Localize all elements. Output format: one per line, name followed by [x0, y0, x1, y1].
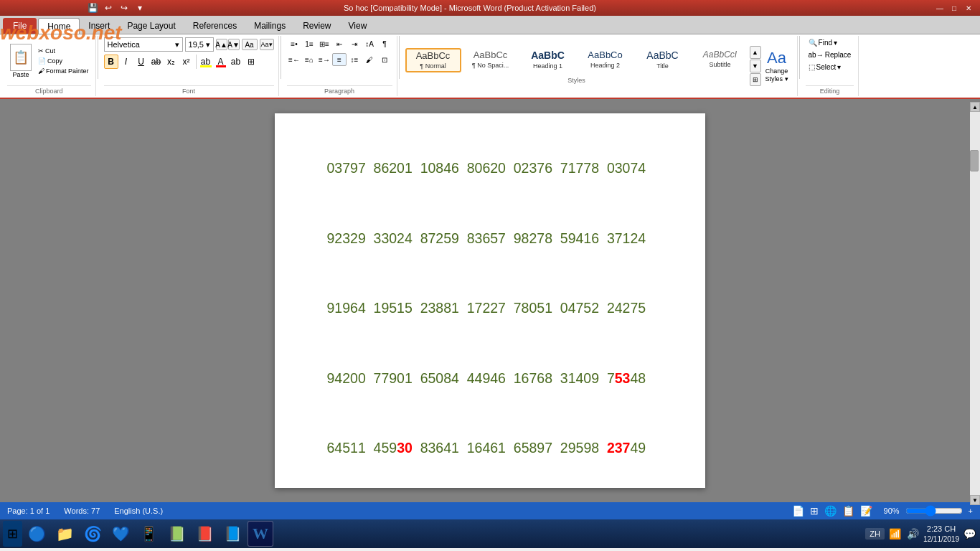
style-heading1[interactable]: AaBbC Heading 1: [520, 48, 576, 72]
taskbar-skype[interactable]: 💙: [108, 521, 134, 547]
copy-button[interactable]: 📄 Copy: [36, 57, 91, 65]
decrease-indent-button[interactable]: ⇤: [332, 37, 347, 50]
style-subtitle[interactable]: AaBbCcI Subtitle: [692, 48, 748, 72]
change-case[interactable]: Aa▾: [260, 39, 274, 50]
zoom-slider[interactable]: [905, 505, 963, 517]
view-draft-icon[interactable]: 📝: [860, 505, 872, 517]
minimize-button[interactable]: —: [934, 3, 946, 13]
strikethrough-button[interactable]: ab: [149, 55, 164, 69]
format-painter-button[interactable]: 🖌 Format Painter: [36, 67, 91, 75]
style-normal[interactable]: AaBbCc ¶ Normal: [405, 48, 461, 72]
font-color-button[interactable]: A: [214, 55, 228, 69]
document-page[interactable]: 03797 86201 10846 80620 02376 71778 0307…: [275, 113, 705, 488]
document-area[interactable]: 03797 86201 10846 80620 02376 71778 0307…: [0, 99, 980, 502]
tab-page-layout[interactable]: Page Layout: [118, 18, 184, 34]
taskbar-app3[interactable]: 🌀: [80, 521, 106, 547]
tab-home[interactable]: Home: [38, 18, 80, 34]
style-title[interactable]: AaBbC Title: [635, 48, 691, 72]
clock[interactable]: 2:23 CH 12/11/2019: [923, 524, 959, 543]
styles-up-arrow[interactable]: ▲: [750, 46, 761, 59]
subscript-button[interactable]: x₂: [164, 55, 179, 69]
editing-content: 🔍 Find ▾ ab→ Replace ⬚ Select ▾: [806, 37, 854, 84]
find-button[interactable]: 🔍 Find ▾: [806, 37, 840, 48]
font-name-selector[interactable]: Helvetica ▾: [104, 37, 183, 52]
scroll-thumb[interactable]: [970, 150, 979, 171]
paste-button[interactable]: 📋 Paste: [7, 42, 34, 80]
volume-icon[interactable]: 🔊: [905, 527, 920, 541]
qat-dropdown[interactable]: ▾: [133, 1, 146, 14]
taskbar-chrome[interactable]: 🔵: [24, 521, 50, 547]
tab-references[interactable]: References: [184, 18, 245, 34]
underline-button[interactable]: U: [134, 55, 149, 69]
zoom-in-button[interactable]: +: [969, 507, 973, 515]
skype-icon: 💙: [112, 525, 130, 542]
taskbar-app5[interactable]: 📗: [164, 521, 190, 547]
view-outline-icon[interactable]: 📋: [842, 505, 854, 517]
text-highlight-button[interactable]: ab: [199, 55, 213, 69]
app6-icon: 📕: [196, 525, 214, 542]
para-borders-button[interactable]: ⊡: [377, 53, 392, 66]
clear-formatting[interactable]: Aa: [242, 39, 258, 50]
qat-redo[interactable]: ↪: [118, 1, 131, 14]
view-web-icon[interactable]: 🌐: [824, 505, 837, 517]
italic-button[interactable]: I: [119, 55, 133, 69]
shading-button[interactable]: 🖌: [362, 53, 377, 66]
qat-save[interactable]: 💾: [86, 1, 99, 14]
line-spacing-button[interactable]: ↕≡: [347, 53, 362, 66]
justify-button[interactable]: ≡: [332, 53, 347, 66]
taskbar-app6[interactable]: 📕: [192, 521, 218, 547]
sort-button[interactable]: ↕A: [362, 37, 377, 50]
tab-insert[interactable]: Insert: [80, 18, 118, 34]
view-print-icon[interactable]: 📄: [792, 505, 804, 517]
font-shading-button[interactable]: ab: [229, 55, 243, 69]
bold-button[interactable]: B: [104, 55, 118, 69]
clipboard-group: 📋 Paste ✂ Cut 📄 Copy 🖌 Format Painter Cl…: [3, 36, 96, 96]
network-icon[interactable]: 📶: [887, 527, 903, 541]
taskbar: ⊞ 🔵 📁 🌀 💙 📱 📗 📕 📘 W ZH 📶 🔊 2:23 CH 12/11…: [0, 519, 980, 548]
tab-mailings[interactable]: Mailings: [245, 18, 294, 34]
change-styles-button[interactable]: Aa ChangeStyles ▾: [761, 46, 793, 86]
close-button[interactable]: ✕: [963, 3, 974, 13]
qat-undo[interactable]: ↩: [102, 1, 115, 14]
font-size-increase[interactable]: A▲: [216, 39, 227, 50]
scroll-track[interactable]: [970, 112, 980, 495]
tab-view[interactable]: View: [340, 18, 376, 34]
taskbar-app7[interactable]: 📘: [220, 521, 246, 547]
multilevel-list-button[interactable]: ⊞≡: [317, 37, 331, 50]
increase-indent-button[interactable]: ⇥: [347, 37, 362, 50]
scroll-down-button[interactable]: ▼: [970, 495, 980, 505]
styles-down-arrow[interactable]: ▼: [750, 60, 761, 72]
view-fullscreen-icon[interactable]: ⊞: [810, 505, 819, 517]
maximize-button[interactable]: □: [948, 3, 960, 13]
tab-file[interactable]: File: [3, 18, 37, 34]
numbering-button[interactable]: 1≡: [302, 37, 316, 50]
borders-button[interactable]: ⊞: [244, 55, 258, 69]
taskbar-word[interactable]: W: [248, 521, 273, 547]
style-no-spacing[interactable]: AaBbCc ¶ No Spaci...: [463, 48, 519, 72]
taskbar-folder[interactable]: 📁: [52, 521, 78, 547]
replace-button[interactable]: ab→ Replace: [806, 50, 854, 60]
select-button[interactable]: ⬚ Select ▾: [806, 62, 844, 72]
font-size-selector[interactable]: 19,5 ▾: [185, 37, 214, 52]
styles-expand[interactable]: ⊞: [750, 73, 761, 86]
style-heading2[interactable]: AaBbCo Heading 2: [578, 48, 633, 72]
superscript-button[interactable]: x²: [179, 55, 194, 69]
editing-group: 🔍 Find ▾ ab→ Replace ⬚ Select ▾ Editing: [801, 36, 859, 96]
align-center-button[interactable]: ≡⌂: [302, 53, 316, 66]
font-size-decrease[interactable]: A▼: [228, 39, 240, 50]
cut-button[interactable]: ✂ Cut: [36, 47, 91, 55]
start-button[interactable]: ⊞: [3, 521, 22, 547]
notifications-icon[interactable]: 💬: [962, 527, 977, 541]
tab-review[interactable]: Review: [294, 18, 339, 34]
align-left-button[interactable]: ≡←: [287, 53, 301, 66]
scroll-up-button[interactable]: ▲: [970, 102, 980, 112]
bullets-button[interactable]: ≡•: [287, 37, 301, 50]
vertical-scrollbar[interactable]: ▲ ▼: [970, 102, 980, 505]
taskbar-zalo[interactable]: 📱: [136, 521, 162, 547]
ribbon: 📋 Paste ✂ Cut 📄 Copy 🖌 Format Painter Cl…: [0, 34, 980, 99]
show-formatting-button[interactable]: ¶: [377, 37, 392, 50]
lang-indicator[interactable]: ZH: [865, 528, 885, 540]
zalo-icon: 📱: [140, 525, 158, 542]
font-group: Helvetica ▾ 19,5 ▾ A▲ A▼ Aa Aa▾ B I U ab: [100, 36, 279, 96]
align-right-button[interactable]: ≡→: [317, 53, 331, 66]
